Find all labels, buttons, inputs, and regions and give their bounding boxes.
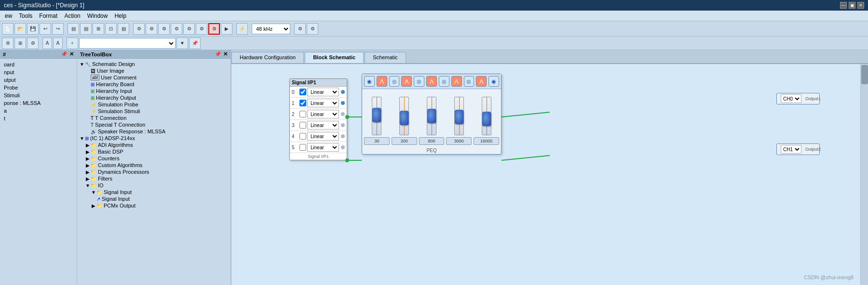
tb-tool3[interactable]: ⚙: [158, 23, 170, 35]
tb2-btn3[interactable]: ⚙: [27, 38, 39, 49]
peq-slider-handle-2[interactable]: [400, 111, 408, 125]
peq-slider-handle-5[interactable]: [482, 112, 491, 126]
menu-help[interactable]: Help: [111, 12, 129, 20]
menu-ew[interactable]: ew: [2, 12, 15, 20]
lp-item-a[interactable]: a: [0, 107, 77, 115]
tab-hardware-config[interactable]: Hardware Configuration: [231, 52, 304, 63]
tb-layout2[interactable]: ⊡: [105, 23, 117, 35]
tb-redo[interactable]: ↪: [52, 23, 64, 35]
tb-layout1[interactable]: ⊞: [93, 23, 104, 35]
lp-item-input[interactable]: nput: [0, 68, 77, 76]
tb-new[interactable]: 📄: [2, 23, 14, 35]
tb-undo[interactable]: ↩: [40, 23, 51, 35]
close-btn[interactable]: ✕: [857, 2, 864, 9]
tb-settings1[interactable]: ⚙: [294, 23, 306, 35]
tree-pcmx-output[interactable]: ▶ 📁 PCMx Output: [77, 202, 231, 209]
signal-type-4[interactable]: Linear: [307, 132, 339, 141]
signal-type-2[interactable]: Linear: [307, 110, 339, 118]
tree-custom-algorithms[interactable]: ▶ 📁 Custom Algorithms: [77, 162, 231, 168]
lp-item-stimuli[interactable]: Stimuli: [0, 91, 77, 99]
expand-signal-input[interactable]: ▼: [91, 190, 96, 195]
tab-block-schematic[interactable]: Block Schematic: [305, 52, 364, 63]
menu-action[interactable]: Action: [61, 12, 83, 20]
peq-slider-handle-3[interactable]: [427, 109, 436, 123]
peq-slider-track-4[interactable]: [454, 97, 464, 135]
peq-icon-ring2[interactable]: ◎: [389, 76, 400, 87]
peq-icon-ring1[interactable]: ◉: [364, 76, 375, 87]
output-1-select[interactable]: CH0 CH1: [781, 94, 801, 103]
signal-check-3[interactable]: [299, 122, 306, 129]
peq-icon-ring3[interactable]: ◎: [414, 76, 424, 87]
tree-signal-input-item[interactable]: ↗ Signal Input: [77, 195, 231, 202]
menu-format[interactable]: Format: [36, 12, 60, 20]
peq-icon-ring6[interactable]: ◉: [488, 76, 499, 87]
peq-slider-track-2[interactable]: [399, 97, 409, 135]
lp-item-t[interactable]: t: [0, 115, 77, 122]
tree-filters[interactable]: ▶ 📁 Filters: [77, 175, 231, 182]
tb-tool1[interactable]: ⚙: [133, 23, 145, 35]
peq-icon-wave5[interactable]: Λ: [476, 76, 487, 87]
signal-type-3[interactable]: Linear: [307, 121, 339, 130]
tree-panel-controls[interactable]: 📌 ✕: [215, 51, 228, 57]
lp-item-board[interactable]: oard: [0, 61, 77, 68]
tree-schematic-design[interactable]: ▼ 🔧 Schematic Design: [77, 61, 231, 67]
peq-slider-handle-1[interactable]: [372, 108, 381, 122]
tree-basic-dsp[interactable]: ▶ 📁 Basic DSP: [77, 148, 231, 155]
tree-hierarchy-board[interactable]: ⊞ Hierarchy Board: [77, 81, 231, 88]
tree-panel-close-icon[interactable]: ✕: [223, 51, 228, 57]
peq-icon-wave2[interactable]: Λ: [401, 76, 412, 87]
tb2-add[interactable]: +: [67, 38, 78, 49]
tree-hierarchy-output[interactable]: ⊞ Hierarchy Output: [77, 94, 231, 101]
tree-hierarchy-input[interactable]: ⊞ Hierarchy Input: [77, 88, 231, 94]
tree-speaker-response[interactable]: 🔊 Speaker Response : MLSSA: [77, 128, 231, 135]
tb-highlighted[interactable]: ⚙: [208, 23, 220, 35]
tree-counters[interactable]: ▶ 📁 Counters: [77, 155, 231, 162]
menu-tools[interactable]: Tools: [16, 12, 35, 20]
tree-user-comment[interactable]: abl User Comment: [77, 74, 231, 81]
tree-sim-stimuli[interactable]: ⚡ Simulation Stimuli: [77, 108, 231, 115]
tree-adi-algorithms[interactable]: ▶ 📁 ADI Algorithms: [77, 142, 231, 148]
peq-slider-handle-4[interactable]: [455, 110, 463, 124]
tab-schematic[interactable]: Schematic: [365, 52, 406, 63]
peq-icon-ring5[interactable]: ◎: [464, 76, 475, 87]
peq-slider-track-1[interactable]: [372, 97, 381, 135]
tree-io[interactable]: ▼ 📁 IO: [77, 182, 231, 189]
tb-tool2[interactable]: ⚙: [146, 23, 157, 35]
signal-check-5[interactable]: [299, 144, 306, 151]
signal-type-1[interactable]: Linear: [307, 99, 339, 107]
left-panel-controls[interactable]: 📌 ✕: [61, 51, 74, 57]
peq-icon-wave3[interactable]: Λ: [426, 76, 437, 87]
signal-check-2[interactable]: [299, 111, 306, 117]
signal-check-1[interactable]: [299, 100, 306, 106]
signal-check-4[interactable]: [299, 133, 306, 140]
left-panel-pin-icon[interactable]: 📌: [61, 51, 68, 57]
tree-user-image[interactable]: 🖼 User Image: [77, 67, 231, 74]
window-controls[interactable]: — ▣ ✕: [840, 2, 864, 9]
tree-t-connection[interactable]: T T Connection: [77, 115, 231, 121]
tree-ic1[interactable]: ▼ ⊞ (IC 1) ADSP-214xx: [77, 135, 231, 142]
lp-item-output[interactable]: utput: [0, 76, 77, 84]
maximize-btn[interactable]: ▣: [849, 2, 855, 9]
lp-item-probe[interactable]: Probe: [0, 84, 77, 91]
peq-icon-wave4[interactable]: Λ: [451, 76, 462, 87]
tb-tool7[interactable]: ▶: [221, 23, 232, 35]
tb-tool6[interactable]: ⚙: [196, 23, 207, 35]
tree-dynamics[interactable]: ▶ 📁 Dynamics Processors: [77, 168, 231, 175]
tb2-combo[interactable]: [79, 38, 176, 49]
sample-rate-select[interactable]: 48 kHz 44.1 kHz 96 kHz: [252, 24, 290, 34]
tb2-text2[interactable]: A: [53, 38, 63, 49]
vertical-scrollbar[interactable]: [860, 64, 868, 285]
scroll-thumb[interactable]: [861, 65, 868, 84]
expand-basic-dsp[interactable]: ▶: [85, 149, 91, 155]
tb-tool4[interactable]: ⚙: [171, 23, 182, 35]
expand-ic1[interactable]: ▼: [79, 136, 85, 141]
expand-dynamics[interactable]: ▶: [85, 169, 91, 175]
tb2-arrow[interactable]: ▼: [176, 38, 188, 49]
menu-window[interactable]: Window: [84, 12, 111, 20]
tb2-btn2[interactable]: ⊞: [14, 38, 26, 49]
expand-schematic-design[interactable]: ▼: [79, 62, 85, 67]
tree-sim-probe[interactable]: ⚡ Simulation Probe: [77, 101, 231, 108]
peq-slider-track-5[interactable]: [482, 97, 491, 135]
expand-pcmx[interactable]: ▶: [91, 203, 96, 208]
signal-type-5[interactable]: Linear: [307, 143, 339, 152]
